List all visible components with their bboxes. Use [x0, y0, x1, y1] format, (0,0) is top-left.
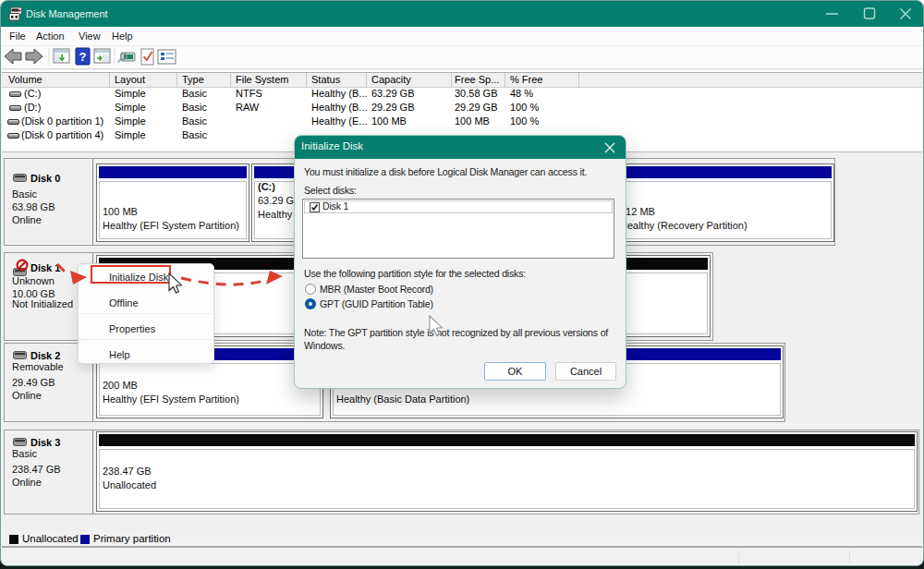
svg-text:?: ? — [79, 50, 87, 64]
